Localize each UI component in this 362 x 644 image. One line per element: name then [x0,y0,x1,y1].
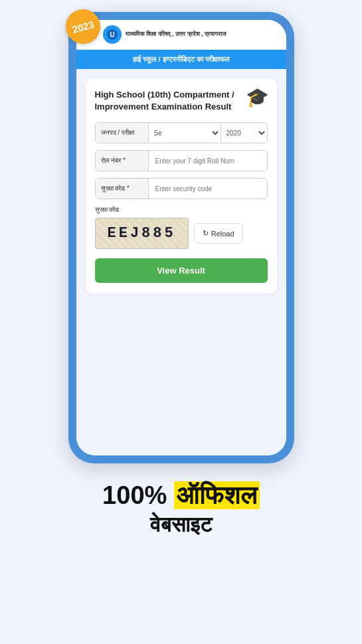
header-logo: U माध्यमिक शिक्षा परिषद् , उत्तर प्रदेश … [103,25,226,44]
roll-number-row: रोल नंबर * [95,150,268,171]
bottom-sub-text: वेबसाइट [102,513,260,537]
bottom-section: 100% ऑफिशल वेबसाइट [82,463,280,548]
janpad-select[interactable]: Se [149,123,221,143]
captcha-label: सुरक्षा कोड [95,206,268,214]
svg-text:U: U [110,31,114,39]
result-card: 🎓 High School (10th) Compartment / Impro… [86,78,277,293]
security-code-input[interactable] [149,180,267,198]
app-header: U माध्यमिक शिक्षा परिषद् , उत्तर प्रदेश … [76,20,286,50]
logo-circle: U [103,25,122,44]
roll-input[interactable] [149,152,267,170]
main-content: 🎓 High School (10th) Compartment / Impro… [76,69,286,455]
janpad-row: जनपद / परीक्षा Se 2020 [95,122,268,143]
captcha-row: EEJ885 ↻ Reload [95,218,268,249]
card-title: High School (10th) Compartment / Improve… [95,89,268,113]
captcha-section: सुरक्षा कोड EEJ885 ↻ Reload [95,206,268,249]
year-select[interactable]: 2020 [221,123,267,143]
security-code-row: सुरक्षा कोड * [95,178,268,199]
graduation-cap-icon: 🎓 [246,86,269,108]
roll-label: रोल नंबर * [96,151,149,171]
result-banner: हाई स्कूल / इण्टरमीडिएट का परीक्षाफल [76,50,286,69]
reload-button[interactable]: ↻ Reload [194,223,243,244]
captcha-image: EEJ885 [95,218,189,249]
org-name: माध्यमिक शिक्षा परिषद् , उत्तर प्रदेश , … [126,31,226,39]
phone-frame: 2023 U माध्यमिक शिक्षा परिषद् , उत्तर प्… [68,12,294,463]
reload-label: Reload [211,230,234,238]
bottom-main-text: 100% ऑफिशल [102,482,260,510]
security-label: सुरक्षा कोड * [96,179,149,199]
reload-icon: ↻ [203,229,209,238]
phone-body: U माध्यमिक शिक्षा परिषद् , उत्तर प्रदेश … [68,12,294,463]
highlight-text: ऑफिशल [174,481,260,509]
janpad-label: जनपद / परीक्षा [96,123,149,143]
view-result-button[interactable]: View Result [95,258,268,283]
percentage-text: 100% [102,481,167,509]
phone-screen: U माध्यमिक शिक्षा परिषद् , उत्तर प्रदेश … [76,20,286,455]
